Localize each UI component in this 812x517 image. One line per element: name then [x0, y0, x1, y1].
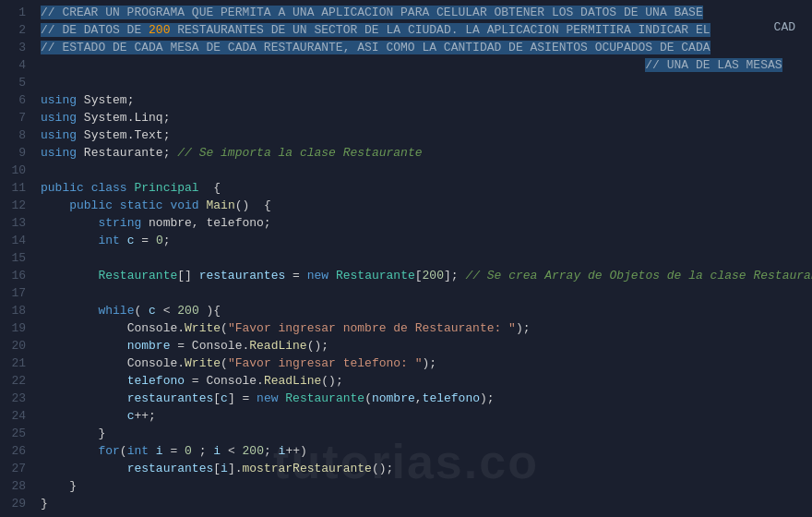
cad-badge: CAD: [774, 20, 795, 34]
code-line-8: using System.Text;: [41, 126, 812, 144]
code-line-1: // CREAR UN PROGRAMA QUE PERMITA A UNA A…: [41, 4, 812, 21]
code-editor: 1 2 3 4 5 6 7 8 9 10 11 12 13 14 15 16 1…: [0, 0, 812, 517]
code-line-24: c++;: [41, 407, 812, 425]
code-line-22: telefono = Console.ReadLine();: [41, 372, 812, 390]
code-line-11: public class Principal {: [41, 179, 812, 197]
code-line-14: int c = 0;: [41, 232, 812, 249]
code-line-17: [41, 284, 812, 302]
code-line-15: [41, 249, 812, 267]
code-line-25: }: [41, 425, 812, 442]
code-line-18: while( c < 200 ){: [41, 302, 812, 319]
code-line-3: // ESTADO DE CADA MESA DE CADA RESTAURAN…: [41, 39, 812, 56]
line-numbers: 1 2 3 4 5 6 7 8 9 10 11 12 13 14 15 16 1…: [0, 4, 33, 513]
code-line-16: Restaurante[] restaurantes = new Restaur…: [41, 267, 812, 284]
code-line-23: restaurantes[c] = new Restaurante(nombre…: [41, 390, 812, 407]
code-line-21: Console.Write("Favor ingresar telefono: …: [41, 355, 812, 372]
code-line-26: for(int i = 0 ; i < 200; i++): [41, 442, 812, 460]
code-line-28: }: [41, 477, 812, 495]
code-area: 1 2 3 4 5 6 7 8 9 10 11 12 13 14 15 16 1…: [0, 0, 812, 517]
code-line-5: [41, 74, 812, 91]
code-line-19: Console.Write("Favor ingresar nombre de …: [41, 319, 812, 337]
code-line-2: // DE DATOS DE 200 RESTAURANTES DE UN SE…: [41, 21, 812, 39]
code-line-4: // UNA DE LAS MESAS: [41, 56, 812, 74]
code-line-20: nombre = Console.ReadLine();: [41, 337, 812, 355]
code-line-27: restaurantes[i].mostrarRestaurante();: [41, 460, 812, 477]
code-line-29: }: [41, 495, 812, 512]
code-line-9: using Restaurante; // Se importa la clas…: [41, 144, 812, 162]
code-line-10: [41, 162, 812, 179]
code-line-7: using System.Linq;: [41, 109, 812, 126]
code-line-6: using System;: [41, 91, 812, 109]
code-lines[interactable]: // CREAR UN PROGRAMA QUE PERMITA A UNA A…: [33, 4, 812, 513]
code-line-13: string nombre, telefono;: [41, 214, 812, 232]
code-line-12: public static void Main() {: [41, 197, 812, 214]
